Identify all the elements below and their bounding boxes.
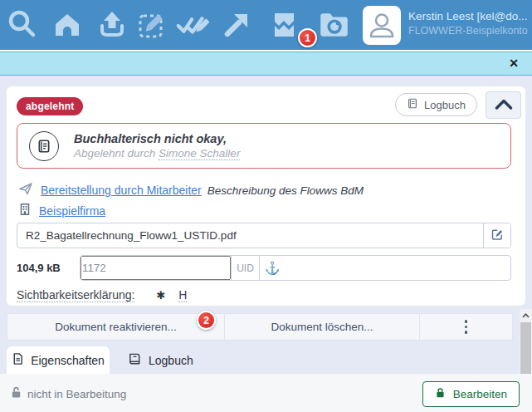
reactivate-document-button[interactable]: Dokument reaktivieren...	[7, 314, 225, 340]
logbook-icon	[407, 97, 418, 112]
user-name: Kerstin Leest [kel@do...	[408, 9, 528, 24]
chevron-up-icon	[495, 99, 513, 112]
lock-status-text: nicht in Bearbeitung	[27, 388, 126, 400]
uid-button[interactable]: UID	[231, 256, 259, 280]
tab-eigenschaften[interactable]: Eigenschaften	[7, 346, 110, 374]
collapse-button[interactable]	[486, 91, 521, 119]
tab-logbuch-label: Logbuch	[149, 354, 193, 367]
filename-input[interactable]	[17, 223, 483, 248]
user-info[interactable]: Kerstin Leest [kel@do... FLOWWER-Beispie…	[408, 9, 528, 38]
anchor-icon[interactable]: ⚓	[259, 256, 285, 280]
note-icon	[29, 131, 59, 161]
visibility-row: Sichtbarkeitserklärung: ✱ H	[17, 288, 187, 302]
rejection-author-prefix: Abgelehnt durch	[74, 147, 159, 159]
file-size: 104,9 kB	[17, 262, 80, 274]
logbook-button[interactable]: Logbuch	[395, 93, 477, 116]
building-icon	[18, 203, 32, 219]
edit-selection-icon[interactable]	[134, 7, 169, 42]
edit-button-label: Bearbeiten	[453, 388, 507, 400]
book-icon	[128, 352, 142, 368]
status-badge: abgelehnt	[17, 97, 83, 115]
visibility-label[interactable]: Sichtbarkeitserklärung:	[17, 288, 134, 302]
paper-plane-icon	[18, 181, 33, 199]
flowwer-app: 1 Kerstin Leest [kel@do... FLOWWER-Beisp…	[0, 0, 532, 412]
close-icon[interactable]: ✕	[509, 56, 519, 70]
notification-bar: ✕	[0, 52, 532, 76]
logbook-button-label: Logbuch	[424, 99, 466, 111]
upload-icon[interactable]	[95, 7, 129, 42]
properties-footer: nicht in Bearbeitung Bearbeiten	[0, 374, 532, 412]
user-avatar[interactable]	[363, 6, 401, 45]
rejection-author: Abgelehnt durch Simone Schaller	[74, 147, 240, 159]
company-link[interactable]: Beispielfirma	[39, 204, 105, 218]
visibility-marker[interactable]: ✱	[156, 289, 165, 302]
document-number-group: UID ⚓	[80, 255, 511, 281]
rejection-author-name[interactable]: Simone Schaller	[159, 147, 240, 160]
rejection-note: Buchhalterisch nicht okay, Abgelehnt dur…	[17, 123, 511, 169]
document-number-input[interactable]	[81, 256, 231, 280]
flow-description: Beschreibung des Flowws BdM	[207, 184, 364, 197]
main-toolbar: 1 Kerstin Leest [kel@do... FLOWWER-Beisp…	[0, 0, 532, 52]
note-text: Buchhalterisch nicht okay, Abgelehnt dur…	[74, 132, 240, 159]
delete-document-button[interactable]: Dokument löschen...	[225, 314, 420, 340]
rename-button[interactable]	[483, 223, 510, 248]
flow-row: Bereitstellung durch Mitarbeiter Beschre…	[18, 181, 364, 199]
document-icon	[12, 352, 24, 368]
scroll-up-icon[interactable]	[520, 309, 532, 321]
bottom-tabs: Eigenschaften Logbuch	[7, 346, 207, 374]
edit-button[interactable]: Bearbeiten	[422, 381, 520, 407]
lock-icon	[435, 387, 446, 401]
share-icon[interactable]	[219, 7, 254, 42]
tab-logbuch[interactable]: Logbuch	[115, 346, 207, 374]
reactivate-badge: 2	[197, 311, 216, 330]
visibility-value[interactable]: H	[178, 288, 187, 302]
lock-status: nicht in Bearbeitung	[10, 386, 126, 401]
flow-link[interactable]: Bereitstellung durch Mitarbeiter	[41, 184, 202, 197]
pencil-square-icon	[491, 228, 504, 244]
document-panel: abgelehnt Logbuch Buchhalterisch nicht o…	[7, 86, 525, 306]
rejection-reason: Buchhalterisch nicht okay,	[74, 132, 240, 145]
user-account: FLOWWER-Beispielkonto	[408, 24, 528, 38]
filename-group	[17, 223, 511, 248]
approve-edit-icon[interactable]	[175, 7, 210, 42]
company-row: Beispielfirma	[18, 203, 105, 219]
document-actions: Dokument reaktivieren... Dokument lösche…	[7, 313, 513, 341]
documents-count-badge: 1	[298, 28, 317, 47]
home-icon[interactable]	[50, 7, 85, 42]
more-actions-button[interactable]	[420, 314, 512, 340]
torn-document-icon[interactable]	[267, 7, 302, 42]
unlock-icon	[10, 386, 22, 401]
kebab-menu-icon	[465, 320, 468, 334]
size-row: 104,9 kB UID ⚓	[17, 255, 511, 281]
folder-camera-icon[interactable]	[316, 7, 351, 42]
search-icon[interactable]	[5, 7, 40, 42]
tab-eigenschaften-label: Eigenschaften	[31, 354, 105, 367]
